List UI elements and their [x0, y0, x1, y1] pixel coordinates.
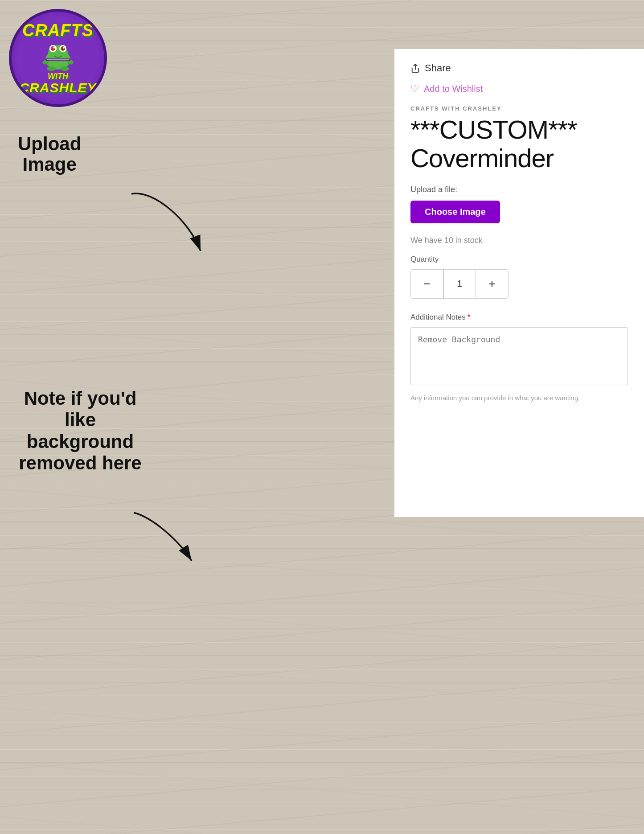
- quantity-label: Quantity: [410, 255, 628, 264]
- product-title-line1: ***CUSTOM***: [410, 115, 577, 144]
- product-card: Share ♡ Add to Wishlist CRAFTS WITH CRAS…: [394, 49, 644, 517]
- notes-required-marker: *: [468, 313, 471, 322]
- share-label: Share: [425, 62, 451, 74]
- svg-point-7: [63, 47, 65, 49]
- wishlist-heart-icon: ♡: [410, 83, 419, 94]
- quantity-minus-button[interactable]: −: [411, 270, 443, 298]
- product-title: ***CUSTOM*** Coverminder: [410, 115, 628, 173]
- share-icon: [410, 63, 420, 73]
- svg-point-4: [51, 46, 55, 51]
- quantity-plus-button[interactable]: +: [476, 270, 508, 298]
- svg-point-5: [61, 46, 65, 51]
- annotation-upload: UploadImage: [18, 134, 81, 175]
- choose-image-button[interactable]: Choose Image: [410, 201, 500, 223]
- wishlist-label: Add to Wishlist: [424, 84, 483, 94]
- logo-crafts-text: CRAFTS: [22, 22, 94, 39]
- share-row[interactable]: Share: [410, 62, 628, 74]
- logo-crashley-text: CRASHLEY: [19, 81, 96, 94]
- notes-label-text: Additional Notes: [410, 313, 466, 322]
- arrow-note-icon: [120, 504, 196, 566]
- arrow-upload-icon: [118, 185, 207, 256]
- brand-name: CRAFTS WITH CRASHLEY: [410, 105, 628, 112]
- svg-rect-13: [47, 59, 69, 60]
- quantity-value: 1: [444, 278, 476, 290]
- annotation-note-text: Note if you'd like background removed he…: [13, 388, 147, 474]
- notes-label: Additional Notes *: [410, 313, 628, 322]
- annotation-upload-text: UploadImage: [18, 134, 81, 175]
- annotation-note: Note if you'd like background removed he…: [13, 388, 147, 474]
- upload-label: Upload a file:: [410, 185, 628, 194]
- stock-text: We have 10 in stock: [410, 236, 628, 245]
- notes-textarea[interactable]: [410, 327, 628, 385]
- product-title-line2: Coverminder: [410, 144, 554, 173]
- quantity-stepper: − 1 +: [410, 269, 509, 299]
- wishlist-row[interactable]: ♡ Add to Wishlist: [410, 83, 628, 94]
- logo-frog-icon: [38, 40, 78, 71]
- logo: CRAFTS WITH CRASHLEY: [9, 9, 107, 107]
- svg-point-10: [47, 66, 56, 71]
- svg-point-11: [60, 66, 69, 71]
- svg-point-6: [53, 47, 55, 49]
- notes-hint: Any information you can provide in what …: [410, 393, 628, 403]
- logo-with-text: WITH: [48, 72, 68, 81]
